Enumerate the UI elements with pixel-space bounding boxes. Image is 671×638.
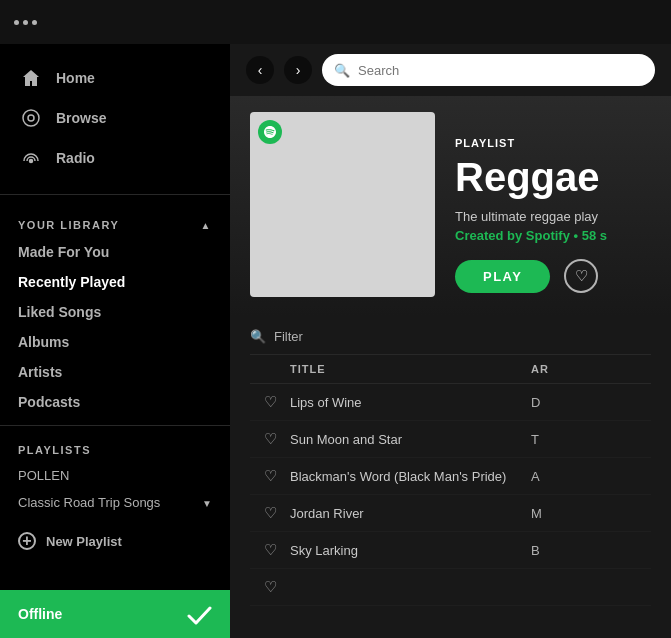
save-button[interactable]: ♡ bbox=[564, 259, 598, 293]
track-artist-3: A bbox=[531, 469, 651, 484]
svg-point-0 bbox=[23, 110, 39, 126]
playlists-section: PLAYLISTS POLLEN Classic Road Trip Songs bbox=[0, 434, 230, 524]
track-title-1: Lips of Wine bbox=[290, 395, 531, 410]
track-title-4: Jordan River bbox=[290, 506, 531, 521]
table-row[interactable]: ♡ Lips of Wine D bbox=[250, 384, 651, 421]
new-playlist-label: New Playlist bbox=[46, 534, 122, 549]
track-like-1[interactable]: ♡ bbox=[250, 393, 290, 411]
search-icon: 🔍 bbox=[334, 63, 350, 78]
sidebar-item-recently-played[interactable]: Recently Played bbox=[0, 267, 230, 297]
svg-point-1 bbox=[28, 115, 34, 121]
sidebar-item-made-for-you[interactable]: Made For You bbox=[0, 237, 230, 267]
browse-icon bbox=[20, 107, 42, 129]
sidebar-item-albums[interactable]: Albums bbox=[0, 327, 230, 357]
dot-2 bbox=[23, 20, 28, 25]
track-like-6[interactable]: ♡ bbox=[250, 578, 290, 596]
playlist-item-classic-road-trip[interactable]: Classic Road Trip Songs bbox=[0, 489, 230, 516]
filter-row: 🔍 Filter bbox=[250, 317, 651, 355]
main-content: ‹ › 🔍 PLAYLIST Reggae The ultimate regga… bbox=[230, 44, 671, 638]
sidebar-item-browse[interactable]: Browse bbox=[10, 98, 220, 138]
track-like-3[interactable]: ♡ bbox=[250, 467, 290, 485]
dot-1 bbox=[14, 20, 19, 25]
nav-back-button[interactable]: ‹ bbox=[246, 56, 274, 84]
playlist-actions: PLAY ♡ bbox=[455, 259, 607, 293]
sidebar-item-home-label: Home bbox=[56, 70, 95, 86]
track-title-3: Blackman's Word (Black Man's Pride) bbox=[290, 469, 531, 484]
playlist-info: PLAYLIST Reggae The ultimate reggae play… bbox=[455, 112, 607, 297]
playlist-hero: PLAYLIST Reggae The ultimate reggae play… bbox=[230, 96, 671, 317]
table-row[interactable]: ♡ Blackman's Word (Black Man's Pride) A bbox=[250, 458, 651, 495]
sidebar: Home Browse bbox=[0, 44, 230, 638]
sidebar-nav: Home Browse bbox=[0, 44, 230, 186]
dot-3 bbox=[32, 20, 37, 25]
track-header: TITLE AR bbox=[250, 355, 651, 384]
dots-menu[interactable] bbox=[14, 20, 37, 25]
sidebar-item-artists[interactable]: Artists bbox=[0, 357, 230, 387]
track-artist-1: D bbox=[531, 395, 651, 410]
sidebar-item-liked-songs[interactable]: Liked Songs bbox=[0, 297, 230, 327]
home-icon bbox=[20, 67, 42, 89]
track-like-2[interactable]: ♡ bbox=[250, 430, 290, 448]
track-artist-5: B bbox=[531, 543, 651, 558]
table-row[interactable]: ♡ bbox=[250, 569, 651, 606]
checkmark-icon bbox=[184, 600, 212, 628]
playlist-meta: Created by Spotify • 58 s bbox=[455, 228, 607, 243]
main-layout: Home Browse bbox=[0, 44, 671, 638]
sidebar-item-podcasts[interactable]: Podcasts bbox=[0, 387, 230, 417]
table-row[interactable]: ♡ Sun Moon and Star T bbox=[250, 421, 651, 458]
offline-label: Offline bbox=[18, 606, 62, 622]
table-row[interactable]: ♡ Sky Larking B bbox=[250, 532, 651, 569]
playlists-section-label: PLAYLISTS bbox=[0, 434, 230, 462]
new-playlist-button[interactable]: + New Playlist bbox=[0, 524, 230, 558]
sidebar-item-radio-label: Radio bbox=[56, 150, 95, 166]
playlist-desc: The ultimate reggae play bbox=[455, 209, 607, 224]
playlist-expand-icon bbox=[202, 495, 212, 510]
new-playlist-icon: + bbox=[18, 532, 36, 550]
offline-bar[interactable]: Offline bbox=[0, 590, 230, 638]
nav-forward-button[interactable]: › bbox=[284, 56, 312, 84]
play-button[interactable]: PLAY bbox=[455, 260, 550, 293]
top-bar bbox=[0, 0, 671, 44]
sidebar-item-radio[interactable]: Radio bbox=[10, 138, 220, 178]
track-title-2: Sun Moon and Star bbox=[290, 432, 531, 447]
track-list-section: 🔍 Filter TITLE AR ♡ Lips of Wine D ♡ Sun… bbox=[230, 317, 671, 626]
content-top-nav: ‹ › 🔍 bbox=[230, 44, 671, 96]
search-bar[interactable]: 🔍 bbox=[322, 54, 655, 86]
filter-icon: 🔍 bbox=[250, 329, 266, 344]
playlist-type: PLAYLIST bbox=[455, 137, 607, 149]
playlist-title: Reggae bbox=[455, 155, 607, 199]
sidebar-divider-1 bbox=[0, 194, 230, 195]
track-like-5[interactable]: ♡ bbox=[250, 541, 290, 559]
svg-point-2 bbox=[30, 160, 33, 163]
filter-label: Filter bbox=[274, 329, 303, 344]
spotify-logo bbox=[258, 120, 282, 144]
playlist-creator: Spotify bbox=[526, 228, 570, 243]
playlist-item-pollen[interactable]: POLLEN bbox=[0, 462, 230, 489]
track-like-4[interactable]: ♡ bbox=[250, 504, 290, 522]
playlist-cover bbox=[250, 112, 435, 297]
table-row[interactable]: ♡ Jordan River M bbox=[250, 495, 651, 532]
sidebar-item-browse-label: Browse bbox=[56, 110, 107, 126]
sidebar-divider-2 bbox=[0, 425, 230, 426]
library-section-label: YOUR LIBRARY bbox=[0, 203, 230, 237]
search-input[interactable] bbox=[358, 63, 643, 78]
track-artist-2: T bbox=[531, 432, 651, 447]
sidebar-item-home[interactable]: Home bbox=[10, 58, 220, 98]
library-collapse-icon[interactable] bbox=[201, 219, 212, 231]
radio-icon bbox=[20, 147, 42, 169]
track-title-5: Sky Larking bbox=[290, 543, 531, 558]
track-artist-4: M bbox=[531, 506, 651, 521]
